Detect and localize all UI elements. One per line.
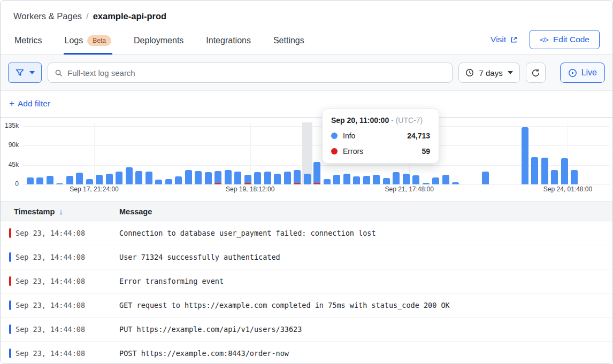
chart-bar[interactable]	[363, 176, 370, 184]
chart-bar[interactable]	[333, 175, 340, 184]
chart-bar[interactable]	[155, 180, 162, 184]
chart-bar[interactable]	[175, 176, 182, 184]
chart-bar[interactable]	[106, 174, 113, 184]
chart-bar-slot[interactable]	[154, 126, 164, 184]
log-row[interactable]: Sep 23, 14:44:08Error transforming event	[1, 269, 612, 293]
log-search[interactable]	[48, 63, 453, 83]
add-filter-button[interactable]: + Add filter	[9, 98, 50, 109]
chart-bar-slot[interactable]	[144, 126, 154, 184]
chart-bar-slot[interactable]	[134, 126, 144, 184]
tab-metrics[interactable]: Metrics	[13, 30, 43, 55]
chart-bar-slot[interactable]	[510, 126, 520, 184]
chart-bar-slot[interactable]	[451, 126, 461, 184]
chart-bar[interactable]	[541, 158, 548, 184]
chart-bar[interactable]	[313, 162, 320, 184]
chart-bar-slot[interactable]	[85, 126, 95, 184]
chart-bar-slot[interactable]	[302, 126, 312, 184]
chart-bar[interactable]	[36, 177, 43, 184]
chart-bar[interactable]	[294, 170, 301, 184]
chart-bar[interactable]	[561, 158, 568, 184]
chart-bar[interactable]	[116, 172, 122, 184]
chart-bar[interactable]	[452, 182, 459, 184]
chart-bar-slot[interactable]	[174, 126, 184, 184]
chart-bar[interactable]	[86, 179, 93, 184]
chart-bar-slot[interactable]	[550, 126, 560, 184]
chart-bar[interactable]	[522, 127, 528, 184]
chart-bar[interactable]	[76, 173, 83, 184]
chart-bar[interactable]	[56, 183, 63, 184]
chart-bar-slot[interactable]	[471, 126, 481, 184]
chart-bar-slot[interactable]	[520, 126, 530, 184]
chart-bar-slot[interactable]	[223, 126, 233, 184]
log-row[interactable]: Sep 23, 14:44:08POST https://example.com…	[1, 342, 612, 364]
chart-bar[interactable]	[135, 171, 142, 184]
breadcrumb-root[interactable]: Workers & Pages	[13, 11, 82, 21]
refresh-button[interactable]	[526, 63, 546, 83]
chart-bar[interactable]	[284, 172, 291, 184]
live-button[interactable]: Live	[560, 63, 605, 83]
chart-bar-slot[interactable]	[104, 126, 114, 184]
chart-bar-slot[interactable]	[293, 126, 303, 184]
chart-bar[interactable]	[205, 172, 212, 184]
tab-integrations[interactable]: Integrations	[205, 30, 252, 55]
chart-bar[interactable]	[423, 183, 430, 184]
chart-bar[interactable]	[343, 174, 350, 184]
tab-deployments[interactable]: Deployments	[133, 30, 185, 55]
chart-bar-slot[interactable]	[282, 126, 293, 184]
chart-bar-slot[interactable]	[253, 126, 263, 184]
chart-bar-slot[interactable]	[312, 126, 323, 184]
chart-bar-slot[interactable]	[213, 126, 224, 184]
chart-bar[interactable]	[274, 174, 281, 184]
chart-bar[interactable]	[185, 170, 192, 184]
chart-bar[interactable]	[304, 174, 311, 184]
chart-bar-slot[interactable]	[461, 126, 471, 184]
log-row[interactable]: Sep 23, 14:44:08Connection to database u…	[1, 221, 612, 245]
chart-bar-slot[interactable]	[183, 126, 194, 184]
chart-bar-slot[interactable]	[75, 126, 85, 184]
visit-link[interactable]: Visit	[491, 35, 518, 44]
chart-bar[interactable]	[47, 176, 53, 184]
chart-bar[interactable]	[383, 178, 390, 184]
chart-bar[interactable]	[145, 172, 152, 184]
chart-bar[interactable]	[482, 172, 489, 184]
chart-bar-slot[interactable]	[65, 126, 75, 184]
chart-bar-slot[interactable]	[25, 126, 35, 184]
chart-bar-slot[interactable]	[243, 126, 253, 184]
chart-bar[interactable]	[27, 177, 34, 184]
chart-bar[interactable]	[353, 176, 360, 184]
chart-bar[interactable]	[264, 172, 271, 184]
chart-bar-slot[interactable]	[203, 126, 213, 184]
chart-bar[interactable]	[254, 172, 261, 184]
chart-bar[interactable]	[66, 176, 73, 184]
chart-bar[interactable]	[195, 171, 202, 184]
chart-bar[interactable]	[244, 175, 251, 184]
chart-bar-slot[interactable]	[164, 126, 174, 184]
chart-bar[interactable]	[214, 171, 221, 184]
chart-bar[interactable]	[551, 170, 558, 184]
chart-bar-slot[interactable]	[124, 126, 134, 184]
log-row[interactable]: Sep 23, 14:44:08GET request to https://e…	[1, 293, 612, 317]
chart-bar-slot[interactable]	[530, 126, 540, 184]
chart-bar-slot[interactable]	[560, 126, 570, 184]
chart-bar[interactable]	[403, 174, 410, 184]
time-range-dropdown[interactable]: 7 days	[458, 63, 519, 83]
tab-settings[interactable]: Settings	[272, 30, 305, 55]
search-input[interactable]	[67, 68, 446, 78]
chart-bar-slot[interactable]	[589, 126, 600, 184]
chart-bar[interactable]	[96, 175, 103, 184]
chart-bar[interactable]	[324, 179, 331, 184]
chart-bar-slot[interactable]	[441, 126, 451, 184]
chart-bar-slot[interactable]	[263, 126, 273, 184]
chart-bar[interactable]	[571, 170, 578, 184]
column-header-timestamp[interactable]: Timestamp ↓	[14, 207, 119, 216]
log-row[interactable]: Sep 23, 14:44:08User 71324 successfully …	[1, 245, 612, 269]
chart-bar-slot[interactable]	[95, 126, 105, 184]
chart-bar-slot[interactable]	[35, 126, 45, 184]
chart-bar[interactable]	[432, 177, 439, 184]
chart-bar[interactable]	[412, 175, 419, 184]
log-volume-chart[interactable]: 135k90k45k0Sep 17, 21:24:00Sep 19, 18:12…	[1, 118, 612, 202]
chart-bar-slot[interactable]	[55, 126, 65, 184]
chart-bar-slot[interactable]	[579, 126, 589, 184]
chart-bar[interactable]	[442, 175, 449, 184]
edit-code-button[interactable]: </> Edit Code	[530, 30, 600, 49]
